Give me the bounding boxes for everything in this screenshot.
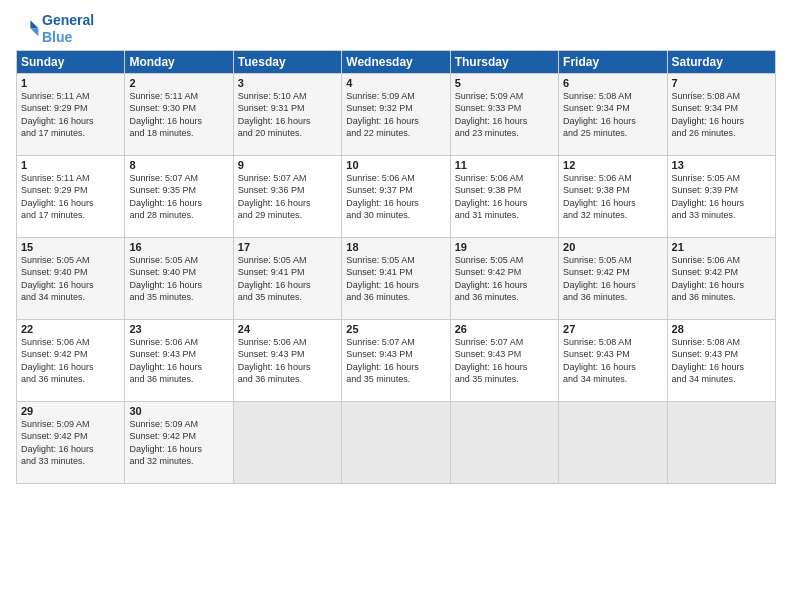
calendar-cell — [342, 401, 450, 483]
calendar-cell: 17Sunrise: 5:05 AMSunset: 9:41 PMDayligh… — [233, 237, 341, 319]
calendar-cell: 10Sunrise: 5:06 AMSunset: 9:37 PMDayligh… — [342, 155, 450, 237]
logo-text: General Blue — [42, 12, 94, 46]
calendar-cell: 28Sunrise: 5:08 AMSunset: 9:43 PMDayligh… — [667, 319, 775, 401]
calendar-cell: 1Sunrise: 5:11 AMSunset: 9:29 PMDaylight… — [17, 155, 125, 237]
calendar-cell: 20Sunrise: 5:05 AMSunset: 9:42 PMDayligh… — [559, 237, 667, 319]
calendar-cell: 30Sunrise: 5:09 AMSunset: 9:42 PMDayligh… — [125, 401, 233, 483]
calendar-cell: 8Sunrise: 5:07 AMSunset: 9:35 PMDaylight… — [125, 155, 233, 237]
calendar-cell: 18Sunrise: 5:05 AMSunset: 9:41 PMDayligh… — [342, 237, 450, 319]
calendar-cell: 21Sunrise: 5:06 AMSunset: 9:42 PMDayligh… — [667, 237, 775, 319]
calendar-cell: 1Sunrise: 5:11 AMSunset: 9:29 PMDaylight… — [17, 73, 125, 155]
calendar-cell: 24Sunrise: 5:06 AMSunset: 9:43 PMDayligh… — [233, 319, 341, 401]
calendar-cell — [559, 401, 667, 483]
calendar-cell: 25Sunrise: 5:07 AMSunset: 9:43 PMDayligh… — [342, 319, 450, 401]
calendar-cell: 6Sunrise: 5:08 AMSunset: 9:34 PMDaylight… — [559, 73, 667, 155]
weekday-header: Sunday — [17, 50, 125, 73]
weekday-header: Tuesday — [233, 50, 341, 73]
calendar-cell: 29Sunrise: 5:09 AMSunset: 9:42 PMDayligh… — [17, 401, 125, 483]
weekday-header: Monday — [125, 50, 233, 73]
calendar-cell: 12Sunrise: 5:06 AMSunset: 9:38 PMDayligh… — [559, 155, 667, 237]
calendar-cell: 11Sunrise: 5:06 AMSunset: 9:38 PMDayligh… — [450, 155, 558, 237]
calendar-cell: 7Sunrise: 5:08 AMSunset: 9:34 PMDaylight… — [667, 73, 775, 155]
calendar-cell: 19Sunrise: 5:05 AMSunset: 9:42 PMDayligh… — [450, 237, 558, 319]
calendar-cell: 4Sunrise: 5:09 AMSunset: 9:32 PMDaylight… — [342, 73, 450, 155]
weekday-header-row: SundayMondayTuesdayWednesdayThursdayFrid… — [17, 50, 776, 73]
calendar-cell — [233, 401, 341, 483]
calendar-cell: 16Sunrise: 5:05 AMSunset: 9:40 PMDayligh… — [125, 237, 233, 319]
calendar: SundayMondayTuesdayWednesdayThursdayFrid… — [16, 50, 776, 484]
calendar-cell: 22Sunrise: 5:06 AMSunset: 9:42 PMDayligh… — [17, 319, 125, 401]
calendar-cell: 23Sunrise: 5:06 AMSunset: 9:43 PMDayligh… — [125, 319, 233, 401]
calendar-cell: 2Sunrise: 5:11 AMSunset: 9:30 PMDaylight… — [125, 73, 233, 155]
logo: General Blue — [16, 12, 94, 46]
calendar-cell: 9Sunrise: 5:07 AMSunset: 9:36 PMDaylight… — [233, 155, 341, 237]
calendar-cell: 15Sunrise: 5:05 AMSunset: 9:40 PMDayligh… — [17, 237, 125, 319]
page: General Blue SundayMondayTuesdayWednesda… — [0, 0, 792, 612]
weekday-header: Wednesday — [342, 50, 450, 73]
calendar-cell: 5Sunrise: 5:09 AMSunset: 9:33 PMDaylight… — [450, 73, 558, 155]
weekday-header: Thursday — [450, 50, 558, 73]
calendar-cell — [667, 401, 775, 483]
weekday-header: Friday — [559, 50, 667, 73]
weekday-header: Saturday — [667, 50, 775, 73]
calendar-cell: 13Sunrise: 5:05 AMSunset: 9:39 PMDayligh… — [667, 155, 775, 237]
header: General Blue — [16, 12, 776, 46]
calendar-cell: 26Sunrise: 5:07 AMSunset: 9:43 PMDayligh… — [450, 319, 558, 401]
logo-icon — [16, 17, 40, 41]
calendar-cell: 3Sunrise: 5:10 AMSunset: 9:31 PMDaylight… — [233, 73, 341, 155]
calendar-cell — [450, 401, 558, 483]
calendar-cell: 27Sunrise: 5:08 AMSunset: 9:43 PMDayligh… — [559, 319, 667, 401]
